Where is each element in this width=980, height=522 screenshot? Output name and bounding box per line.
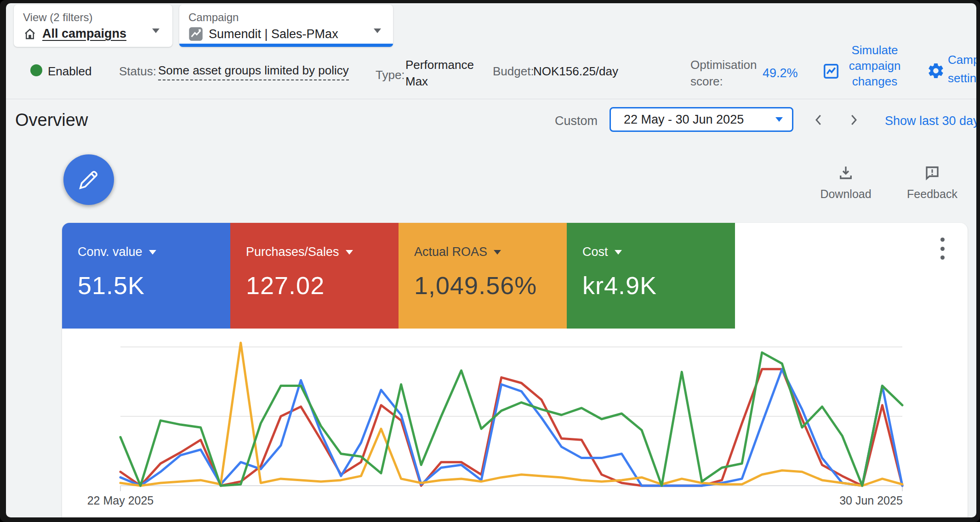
campaign-settings-link[interactable]: Campaign settings [948,51,976,87]
next-period-button[interactable] [847,113,860,127]
type-value-line2: Max [405,74,428,89]
feedback-icon [924,165,940,181]
budget-value: NOK156.25/day [533,64,618,79]
simulate-campaign-changes-link[interactable]: Simulate campaign changes [843,42,907,89]
date-range-picker[interactable]: 22 May - 30 Jun 2025 [610,107,793,132]
chevron-down-icon [775,117,783,122]
optimisation-label-line1: Optimisation [690,58,757,72]
gear-icon[interactable] [927,62,945,82]
campaign-chart-icon [188,27,203,41]
view-selector[interactable]: View (2 filters) All campaigns [14,5,172,47]
chevron-down-icon[interactable] [152,28,160,33]
app-screen: View (2 filters) All campaigns Campaign … [6,3,976,517]
x-axis-end-label: 30 Jun 2025 [820,494,922,507]
download-icon [838,165,854,181]
feedback-button[interactable]: Feedback [898,165,967,201]
status-label: Status: [119,64,156,79]
date-range-value: 22 May - 30 Jun 2025 [624,113,744,127]
campaign-selector[interactable]: Campaign Sumendit | Sales-PMax [179,5,393,47]
feedback-label: Feedback [898,187,967,201]
download-button[interactable]: Download [811,165,880,201]
pencil-icon [77,168,101,192]
optimisation-label-line2: score: [690,74,723,89]
section-divider [6,99,976,99]
campaign-selector-value: Sumendit | Sales-PMax [209,27,338,41]
download-label: Download [811,187,880,201]
type-value-line1: Performance [405,58,474,72]
status-value[interactable]: Some asset groups limited by policy [158,63,349,80]
overview-summary-card: Conv. value51.5KPurchases/Sales127.02Act… [62,223,968,517]
view-selector-value: All campaigns [42,27,126,41]
chevron-down-icon[interactable] [374,28,381,33]
browser-window-frame: View (2 filters) All campaigns Campaign … [0,0,980,522]
chart-series-purchases-sales [120,369,902,486]
campaign-selector-label: Campaign [188,11,239,24]
previous-period-button[interactable] [812,113,826,127]
edit-button[interactable] [63,154,114,205]
budget-label: Budget: [493,64,534,79]
view-selector-label: View (2 filters) [23,11,93,24]
show-last-30-days-link[interactable]: Show last 30 days [885,114,976,128]
type-label: Type: [376,68,405,82]
active-tab-indicator [179,44,393,47]
x-axis-start-label: 22 May 2025 [70,494,171,507]
enabled-status-icon [30,64,42,76]
date-range-type-label: Custom [555,114,598,128]
overview-chart[interactable] [62,223,968,517]
optimisation-score-value[interactable]: 49.2% [763,66,798,80]
chart-series-conv-value [120,369,902,486]
simulate-chart-icon[interactable] [822,62,840,82]
home-icon [23,27,37,41]
enabled-label: Enabled [48,64,91,79]
page-title: Overview [15,110,88,130]
